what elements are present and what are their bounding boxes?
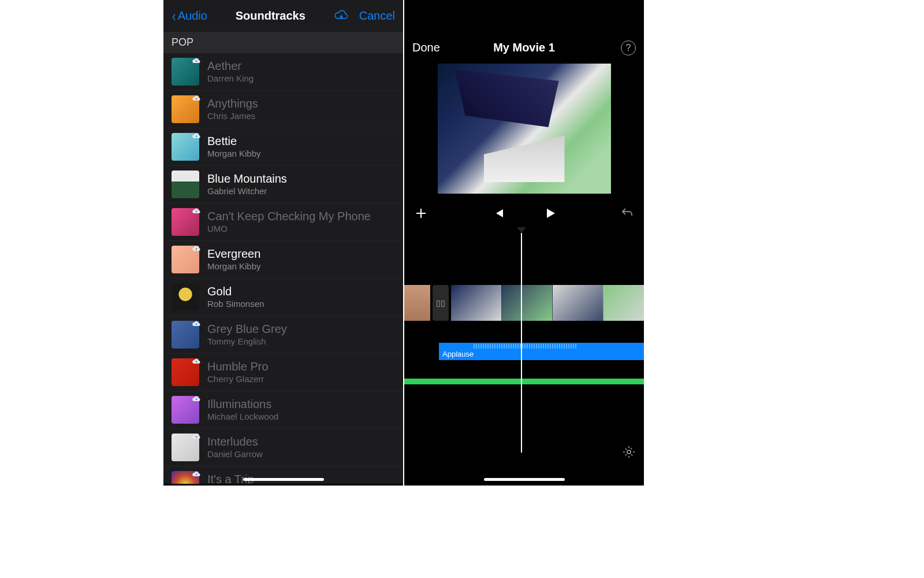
track-artist: Morgan Kibby <box>207 148 395 160</box>
chevron-left-icon: ‹ <box>172 9 176 24</box>
track-row[interactable]: IlluminationsMichael Lockwood <box>163 391 403 429</box>
track-row[interactable]: Can't Keep Checking My PhoneUMO <box>163 203 403 241</box>
audio-clip-applause[interactable]: Applause <box>439 343 644 360</box>
home-indicator[interactable] <box>243 478 324 481</box>
audio-clip-label: Applause <box>442 350 474 358</box>
track-list[interactable]: AetherDarren KingAnythingsChris JamesBet… <box>163 53 403 484</box>
editor-screen: Done My Movie 1 ? <box>404 0 644 486</box>
track-row[interactable]: EvergreenMorgan Kibby <box>163 241 403 279</box>
clip-frame <box>603 285 644 321</box>
track-info: Grey Blue GreyTommy English <box>207 322 395 347</box>
track-row[interactable]: It's a TripJoywave <box>163 466 403 484</box>
timeline[interactable]: ▯▯ Applause <box>404 227 644 476</box>
back-button[interactable]: ‹ Audio <box>172 9 207 24</box>
track-title: Gold <box>207 284 395 298</box>
skip-back-button[interactable] <box>490 208 507 219</box>
track-row[interactable]: InterludesDaniel Garrow <box>163 429 403 466</box>
add-media-button[interactable] <box>412 206 430 220</box>
track-title: Aether <box>207 59 395 73</box>
help-button[interactable]: ? <box>621 40 636 55</box>
track-row[interactable]: Blue MountainsGabriel Witcher <box>163 166 403 203</box>
track-row[interactable]: GoldRob Simonsen <box>163 279 403 316</box>
nav-bar: ‹ Audio Soundtracks Cancel <box>163 0 403 32</box>
cloud-download-icon <box>191 243 202 254</box>
done-button[interactable]: Done <box>412 41 440 54</box>
track-title: Humble Pro <box>207 360 395 373</box>
track-artist: Morgan Kibby <box>207 261 395 272</box>
home-indicator[interactable] <box>484 478 565 481</box>
track-title: Interludes <box>207 435 395 449</box>
video-clip-1[interactable] <box>404 285 430 321</box>
track-title: Bettie <box>207 134 395 148</box>
cloud-download-icon <box>191 431 202 442</box>
track-artist: Chris James <box>207 110 395 122</box>
video-track[interactable]: ▯▯ <box>404 285 644 321</box>
track-artist: Michael Lockwood <box>207 411 395 423</box>
playhead-caret-icon <box>517 227 526 233</box>
track-info: AetherDarren King <box>207 59 395 84</box>
track-title: Anythings <box>207 97 395 110</box>
track-row[interactable]: BettieMorgan Kibby <box>163 128 403 166</box>
track-artist: Gabriel Witcher <box>207 186 395 197</box>
album-art <box>172 171 199 198</box>
settings-button[interactable] <box>622 445 636 461</box>
album-art <box>172 246 199 273</box>
track-artist: Darren King <box>207 73 395 84</box>
nav-title: Soundtracks <box>236 9 305 23</box>
track-info: Can't Keep Checking My PhoneUMO <box>207 209 395 235</box>
cloud-download-icon <box>191 206 202 216</box>
track-title: Blue Mountains <box>207 172 395 186</box>
back-label: Audio <box>178 9 207 23</box>
track-info: EvergreenMorgan Kibby <box>207 247 395 272</box>
album-art <box>172 433 199 461</box>
svg-point-0 <box>627 450 631 454</box>
playhead[interactable] <box>521 233 522 453</box>
cloud-download-icon <box>191 469 202 479</box>
soundtrack-track[interactable] <box>404 379 644 384</box>
track-title: Evergreen <box>207 247 395 261</box>
clip-frame <box>502 285 553 321</box>
album-art <box>172 58 199 86</box>
section-header-pop: POP <box>163 32 403 53</box>
cancel-button[interactable]: Cancel <box>359 9 395 23</box>
cloud-download-icon <box>191 394 202 404</box>
editor-nav: Done My Movie 1 ? <box>404 32 644 64</box>
video-clip-2[interactable] <box>451 285 644 321</box>
transition-icon: ▯▯ <box>436 298 445 307</box>
track-artist: UMO <box>207 223 395 235</box>
track-artist: Tommy English <box>207 336 395 347</box>
album-art <box>172 133 199 161</box>
album-art <box>172 396 199 424</box>
track-row[interactable]: AetherDarren King <box>163 53 403 91</box>
cloud-download-icon <box>191 55 202 66</box>
cloud-download-icon <box>191 356 202 366</box>
track-info: InterludesDaniel Garrow <box>207 435 395 460</box>
album-art <box>172 283 199 311</box>
track-row[interactable]: Grey Blue GreyTommy English <box>163 316 403 354</box>
track-title: Can't Keep Checking My Phone <box>207 209 395 223</box>
play-button[interactable] <box>542 208 559 219</box>
track-row[interactable]: AnythingsChris James <box>163 91 403 128</box>
album-art <box>172 95 199 123</box>
video-preview[interactable] <box>438 64 611 194</box>
movie-title: My Movie 1 <box>493 41 555 54</box>
track-artist: Rob Simonsen <box>207 298 395 310</box>
cloud-download-icon[interactable] <box>334 9 349 23</box>
nav-right: Cancel <box>334 9 395 23</box>
track-info: GoldRob Simonsen <box>207 284 395 310</box>
track-info: AnythingsChris James <box>207 97 395 122</box>
track-row[interactable]: Humble ProCherry Glazerr <box>163 354 403 391</box>
album-art <box>172 358 199 386</box>
waveform <box>474 344 578 349</box>
clip-frame <box>553 285 603 321</box>
track-info: Humble ProCherry Glazerr <box>207 360 395 385</box>
track-info: IlluminationsMichael Lockwood <box>207 397 395 423</box>
track-info: Blue MountainsGabriel Witcher <box>207 172 395 197</box>
cloud-download-icon <box>191 318 202 329</box>
album-art <box>172 471 199 484</box>
track-title: Grey Blue Grey <box>207 322 395 336</box>
track-title: Illuminations <box>207 397 395 411</box>
transition-button[interactable]: ▯▯ <box>433 285 449 321</box>
album-art <box>172 208 199 236</box>
undo-button[interactable] <box>619 206 636 220</box>
